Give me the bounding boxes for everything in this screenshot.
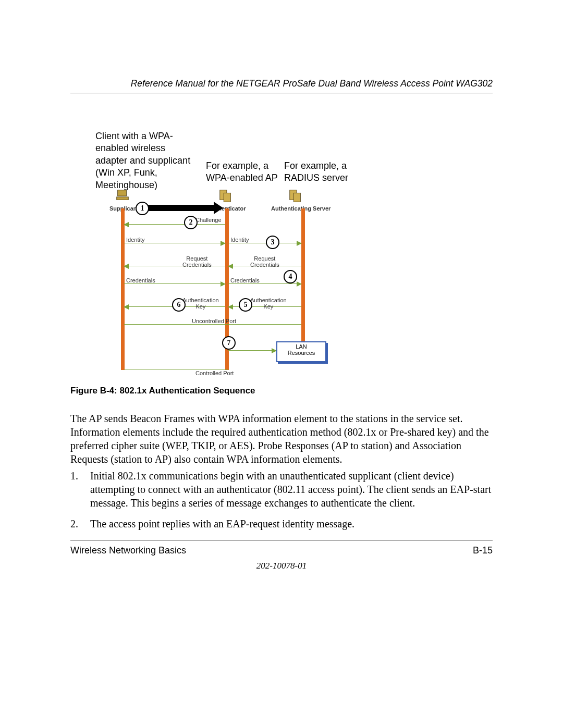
step-4: 4 (284, 270, 297, 283)
msg-credentials-left (124, 283, 225, 285)
step-5: 5 (239, 298, 252, 312)
label-controlled-port: Controlled Port (195, 370, 234, 376)
list-text: The access point replies with an EAP-req… (90, 517, 354, 530)
label-request-right: RequestCredentials (250, 255, 279, 268)
label-identity-right: Identity (230, 237, 249, 243)
big-arrow-icon (141, 205, 214, 211)
svg-rect-3 (224, 193, 230, 202)
step-6: 6 (172, 298, 186, 312)
footer-section-title: Wireless Networking Basics (70, 545, 186, 556)
step-7: 7 (222, 336, 236, 350)
server-icon (288, 188, 303, 204)
numbered-list: 1. Initial 802.1x communications begin w… (70, 469, 493, 538)
msg-identity-right (228, 243, 301, 244)
controlled-port-line (124, 369, 228, 370)
list-number: 1. (70, 469, 90, 510)
desc-server: For example, a RADIUS server (284, 160, 368, 184)
uncontrolled-port-line (124, 324, 301, 325)
figure-caption: Figure B-4: 802.1x Authentication Sequen… (70, 386, 255, 396)
client-icon (115, 188, 130, 204)
footer-doc-number: 202-10078-01 (0, 561, 563, 571)
label-identity-left: Identity (126, 237, 144, 243)
msg-identity-left (124, 243, 225, 244)
controlled-port-arrow (228, 350, 276, 351)
svg-rect-1 (117, 197, 129, 200)
label-credentials-left: Credentials (126, 277, 155, 283)
page-header: Reference Manual for the NETGEAR ProSafe… (70, 78, 493, 92)
svg-rect-5 (293, 193, 300, 202)
svg-rect-0 (118, 190, 127, 196)
step-2: 2 (184, 216, 198, 229)
label-challenge: Challenge (195, 217, 222, 223)
list-number: 2. (70, 517, 90, 530)
lifeline-supplicant (121, 208, 125, 370)
lan-resources-box: LANResources (276, 341, 326, 362)
list-item: 1. Initial 802.1x communications begin w… (70, 469, 493, 510)
lifeline-server (301, 208, 305, 344)
label-credentials-right: Credentials (230, 277, 260, 283)
footer-page-number: B-15 (473, 545, 493, 556)
desc-supplicant: Client with a WPA-enabled wireless adapt… (95, 130, 200, 191)
label-request-left: RequestCredentials (182, 255, 212, 268)
label-authkey-left: AuthenticationKey (182, 297, 219, 310)
label-uncontrolled-port: Uncontrolled Port (192, 318, 236, 324)
header-rule (70, 93, 493, 93)
list-text: Initial 802.1x communications begin with… (90, 469, 493, 510)
desc-authenticator: For example, a WPA-enabled AP (206, 160, 289, 184)
label-authkey-right: AuthenticationKey (250, 297, 287, 310)
body-paragraph: The AP sends Beacon Frames with WPA info… (70, 412, 493, 466)
sequence-diagram: Supplicant Authenticator Authenticating … (94, 188, 354, 386)
list-item: 2. The access point replies with an EAP-… (70, 517, 493, 530)
document-page: Reference Manual for the NETGEAR ProSafe… (0, 0, 563, 728)
footer-rule (70, 540, 493, 540)
step-3: 3 (266, 236, 279, 249)
msg-credentials-right (228, 283, 301, 285)
msg-challenge (124, 224, 225, 225)
step-1: 1 (136, 202, 149, 215)
